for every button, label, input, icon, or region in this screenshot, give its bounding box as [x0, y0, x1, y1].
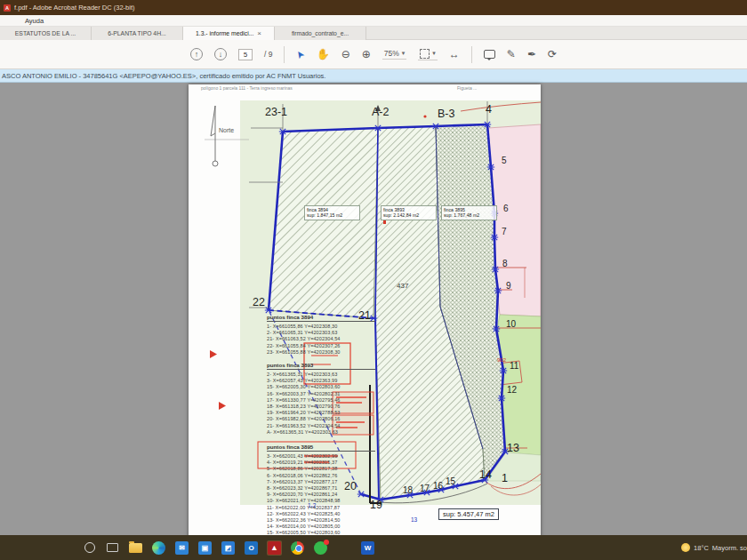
pdf-page: polígono 1 parcela 111 - Terra ingreso m… [189, 84, 541, 547]
list-row: 10- X=662021,47 Y=4202848,98 [267, 498, 375, 504]
chat-icon[interactable] [313, 540, 328, 556]
blue-annotation: 13 [411, 516, 417, 523]
list-row: 13- X=662022,36 Y=4202814,50 [267, 517, 375, 524]
point-label: 8 [502, 259, 508, 268]
hand-tool-icon[interactable]: ✋ [317, 49, 330, 60]
tab-firmado-contrato[interactable]: firmado_contrato_e... [275, 27, 366, 40]
outlook-icon[interactable]: O [244, 540, 259, 556]
points-list-title: puntos finca 3893 [267, 362, 375, 370]
list-row: 9- X=662020,70 Y=4202861,24 [267, 492, 375, 498]
point-label: 23-1 [265, 106, 287, 118]
points-list-finca-3894: puntos finca 3894 1- X=661055,86 Y=42023… [267, 314, 375, 356]
page-up-icon[interactable]: ↑ [190, 48, 203, 60]
photos-icon[interactable]: ◩ [221, 540, 236, 556]
list-row: 7- X=662013,37 Y=4202877,17 [267, 479, 375, 485]
pencil-edit-icon[interactable]: ✎ [507, 49, 516, 60]
word-icon[interactable]: W [360, 540, 375, 556]
weather-widget[interactable]: 18°C Mayorm. so [681, 535, 747, 560]
page-down-icon[interactable]: ↓ [214, 48, 227, 60]
point-label: 14 [479, 468, 492, 481]
tab-informe-medicion[interactable]: 1.3.- informe medici... × [183, 27, 275, 40]
list-row: 22- X=661055,84 Y=4202307,26 [267, 343, 375, 349]
point-label: 11 [510, 361, 518, 371]
point-label: 16 [433, 481, 443, 491]
points-list-title: puntos finca 3894 [267, 314, 375, 322]
select-tool-icon[interactable]: ➤ [293, 47, 308, 60]
point-label: 15 [446, 476, 455, 486]
point-label: 13 [507, 442, 519, 454]
zoom-in-icon[interactable]: ⊕ [362, 49, 371, 60]
list-row: 2- X=661365,31 Y=4202303,63 [267, 372, 375, 378]
page-header-left: polígono 1 parcela 111 - Terra ingreso m… [201, 85, 293, 91]
edge-icon[interactable] [151, 540, 166, 556]
acrobat-window: A f.pdf - Adobe Acrobat Reader DC (32-bi… [0, 0, 747, 560]
weather-temp: 18°C [694, 544, 709, 552]
points-list-finca-3893: puntos finca 3893 2- X=661365,31 Y=42023… [267, 362, 375, 436]
menu-item-ayuda[interactable]: Ayuda [25, 17, 44, 25]
point-label: 18 [403, 485, 413, 495]
point-label: 10 [506, 319, 516, 329]
north-label: Norte [219, 127, 234, 133]
tab-planta-tipo[interactable]: 6-PLANTA TIPO 4H... [92, 27, 183, 40]
list-row: 12- X=662022,43 Y=4202825,40 [267, 511, 375, 517]
finca-3893-label: finca 3893 sup: 2.142,84 m2 [381, 205, 437, 220]
chrome-icon[interactable] [290, 540, 305, 556]
certificate-info-bar: ASCO ANTONIO EMILIO - 34785641G <AEPEPO@… [0, 69, 747, 83]
chevron-down-icon: ▾ [402, 50, 406, 57]
comment-icon[interactable] [484, 50, 495, 59]
file-explorer-icon[interactable] [128, 540, 143, 556]
page-total-label: / 9 [264, 50, 272, 59]
sign-pen-icon[interactable]: ✒ [527, 49, 536, 60]
start-ring-icon[interactable] [82, 540, 97, 556]
list-row: 5- X=662018,86 Y=4202817,38 [267, 466, 375, 472]
window-title: f.pdf - Adobe Acrobat Reader DC (32-bit) [14, 4, 135, 12]
north-arrow-icon [211, 106, 218, 166]
menu-bar: Ayuda [0, 15, 747, 27]
task-view-icon[interactable] [105, 540, 120, 556]
cadastral-map: polígono 1 parcela 111 - Terra ingreso m… [189, 84, 541, 547]
list-row: 4- X=662019,21 Y=4202315,37 [267, 460, 375, 466]
store-icon[interactable]: ▣ [197, 540, 213, 556]
zoom-out-icon[interactable]: ⊖ [341, 49, 350, 60]
tab-estatutos[interactable]: ESTATUTOS DE LA ... [0, 27, 92, 40]
tab-close-icon[interactable]: × [257, 29, 261, 37]
list-row: 19- X=661964,20 Y=4202788,53 [267, 410, 375, 416]
toolbar-divider [471, 46, 472, 63]
zoom-value: 75% [384, 49, 399, 58]
document-viewer[interactable]: polígono 1 parcela 111 - Terra ingreso m… [0, 83, 747, 535]
finca-3894-label: finca 3894 sup: 1.847,15 m2 [304, 205, 360, 220]
point-label: 6 [503, 204, 509, 213]
fit-page-icon [420, 49, 430, 59]
weather-condition: Mayorm. so [712, 544, 747, 552]
point-label: 5 [502, 156, 507, 165]
list-row: 8- X=662023,32 Y=4202867,71 [267, 485, 375, 492]
list-row: 1- X=661055,86 Y=4202308,30 [267, 324, 375, 330]
plot-ref-label: 437 [397, 282, 408, 290]
point-label: 22 [253, 296, 265, 308]
finca-3895-label: finca 3895 sup: 1.767,48 m2 [441, 205, 497, 220]
point-label: A-2 [372, 106, 389, 118]
page-number-input[interactable] [238, 49, 253, 60]
toolbar-divider [284, 46, 285, 63]
points-list-finca-3895: puntos finca 3895 3- X=662001,43 Y=42023… [267, 444, 375, 537]
point-label: 9 [506, 281, 511, 291]
fit-page-dropdown[interactable]: ▾ [418, 49, 438, 60]
chevron-down-icon: ▾ [432, 50, 436, 57]
acrobat-taskbar-icon[interactable]: ▲ [267, 540, 282, 556]
zoom-level-dropdown[interactable]: 75% ▾ [382, 49, 407, 60]
list-row: 14- X=662014,00 Y=4202805,00 [267, 524, 375, 530]
point-label: B-3 [438, 108, 454, 120]
share-rotate-icon[interactable]: ⟳ [548, 49, 557, 60]
fit-width-icon[interactable]: ↔ [449, 49, 460, 60]
list-row: 6- X=662018,06 Y=4202862,76 [267, 473, 375, 479]
document-tab-bar: ESTATUTOS DE LA ... 6-PLANTA TIPO 4H... … [0, 27, 747, 40]
list-row: 17- X=661330,77 Y=4202795,46 [267, 397, 375, 404]
point-label: 17 [420, 484, 430, 493]
points-list-title: puntos finca 3895 [267, 444, 375, 452]
list-row: 3- X=662001,43 Y=4202302,99 [267, 453, 375, 460]
mail-icon[interactable]: ✉ [174, 540, 189, 556]
list-row: 3- X=662057,43 Y=4202363,99 [267, 378, 375, 384]
point-label: 1 [502, 472, 508, 484]
window-titlebar: A f.pdf - Adobe Acrobat Reader DC (32-bi… [0, 0, 747, 15]
list-row: 21- X=661063,52 Y=4202304,54 [267, 336, 375, 342]
